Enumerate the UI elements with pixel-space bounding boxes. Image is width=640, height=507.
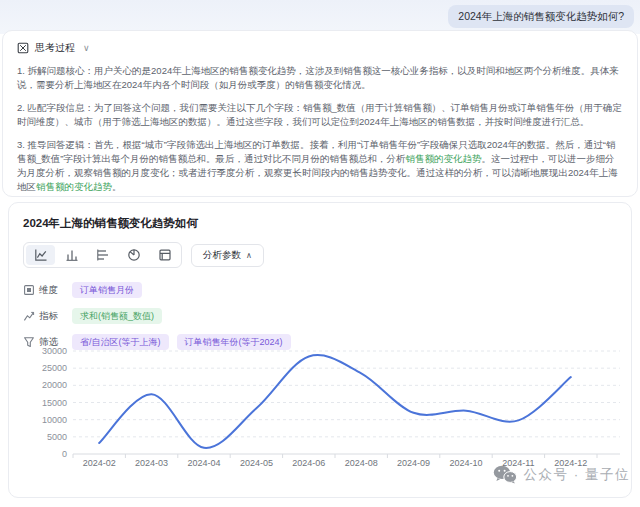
thinking-icon bbox=[17, 42, 29, 54]
svg-text:15000: 15000 bbox=[42, 398, 67, 408]
thinking-paragraph-2: 2. 匹配字段信息：为了回答这个问题，我们需要关注以下几个字段：销售额_数值（用… bbox=[17, 101, 623, 129]
param-row-metric: 指标 求和(销售额_数值) bbox=[23, 307, 617, 325]
chart-type-switcher bbox=[23, 242, 182, 268]
thinking-paragraph-3: 3. 推导回答逻辑：首先，根据“城市”字段筛选出上海地区的订单数据。接着，利用“… bbox=[17, 138, 623, 194]
chevron-up-icon: ∧ bbox=[246, 251, 252, 260]
dimension-tags: 订单销售月份 bbox=[72, 282, 142, 298]
wechat-icon bbox=[493, 465, 517, 484]
analysis-title: 2024年上海的销售额变化趋势如何 bbox=[23, 216, 617, 231]
svg-text:2024-06: 2024-06 bbox=[292, 458, 325, 468]
sales-trend-chart: 0500010000150002000025000300002024-02202… bbox=[15, 338, 627, 472]
chevron-down-icon[interactable]: ∨ bbox=[83, 43, 90, 53]
metric-tags: 求和(销售额_数值) bbox=[72, 308, 162, 324]
svg-text:0: 0 bbox=[62, 449, 67, 459]
analysis-params-button[interactable]: 分析参数 ∧ bbox=[191, 244, 264, 267]
bar-chart-icon[interactable] bbox=[57, 245, 86, 265]
svg-text:2024-09: 2024-09 bbox=[397, 458, 430, 468]
param-label-dimension: 维度 bbox=[39, 284, 58, 297]
chat-background: 2024年上海的销售额变化趋势如何? bbox=[0, 0, 640, 34]
svg-text:2024-10: 2024-10 bbox=[449, 458, 482, 468]
user-message-bubble: 2024年上海的销售额变化趋势如何? bbox=[448, 5, 634, 28]
svg-text:2024-04: 2024-04 bbox=[187, 458, 220, 468]
dimension-icon bbox=[23, 284, 35, 296]
svg-text:2024-08: 2024-08 bbox=[345, 458, 378, 468]
table-view-icon[interactable] bbox=[150, 245, 179, 265]
analysis-params-label: 分析参数 bbox=[203, 249, 241, 262]
param-tag: 订单销售月份 bbox=[72, 282, 142, 298]
trend-chart-svg: 0500010000150002000025000300002024-02202… bbox=[15, 338, 627, 472]
watermark-text: 公众号 · 量子位 bbox=[524, 466, 631, 484]
svg-text:2024-02: 2024-02 bbox=[83, 458, 116, 468]
metric-icon bbox=[23, 310, 35, 322]
thinking-header[interactable]: 思考过程 ∨ bbox=[17, 41, 623, 55]
line-chart-icon[interactable] bbox=[26, 245, 55, 265]
svg-text:2024-05: 2024-05 bbox=[240, 458, 273, 468]
svg-text:5000: 5000 bbox=[47, 432, 67, 442]
svg-text:20000: 20000 bbox=[42, 380, 67, 390]
watermark: 公众号 · 量子位 bbox=[493, 465, 631, 484]
thinking-paragraph-1: 1. 拆解问题核心：用户关心的是2024年上海地区的销售额变化趋势，这涉及到销售… bbox=[17, 64, 623, 92]
svg-text:30000: 30000 bbox=[42, 346, 67, 356]
analysis-panel: 2024年上海的销售额变化趋势如何 bbox=[8, 202, 632, 498]
param-tag: 求和(销售额_数值) bbox=[72, 308, 162, 324]
param-label-metric: 指标 bbox=[39, 310, 58, 323]
svg-text:2024-03: 2024-03 bbox=[135, 458, 168, 468]
chart-toolbar: 分析参数 ∧ bbox=[23, 242, 617, 268]
svg-text:25000: 25000 bbox=[42, 363, 67, 373]
param-row-dimension: 维度 订单销售月份 bbox=[23, 281, 617, 299]
thinking-title: 思考过程 bbox=[35, 41, 75, 55]
pie-chart-icon[interactable] bbox=[119, 245, 148, 265]
svg-text:10000: 10000 bbox=[42, 415, 67, 425]
horizontal-bar-chart-icon[interactable] bbox=[88, 245, 117, 265]
thinking-panel: 思考过程 ∨ 1. 拆解问题核心：用户关心的是2024年上海地区的销售额变化趋势… bbox=[2, 30, 638, 197]
